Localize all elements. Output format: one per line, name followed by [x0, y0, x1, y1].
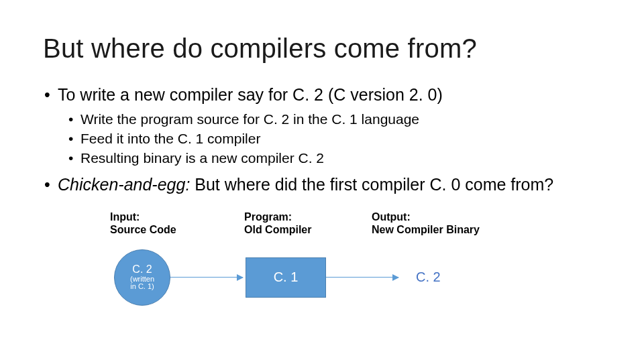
bullet-text: Feed it into the C. 1 compiler — [80, 131, 260, 146]
diagram-label-input: Input: Source Code — [110, 210, 176, 236]
slide: But where do compilers come from? To wri… — [0, 0, 644, 362]
bullet-item: Write the program source for C. 2 in the… — [80, 110, 604, 128]
bullet-list-level2: Write the program source for C. 2 in the… — [58, 110, 604, 168]
bullet-item: To write a new compiler say for C. 2 (C … — [58, 84, 604, 167]
bullet-text: But where did the first compiler C. 0 co… — [190, 175, 553, 194]
slide-title: But where do compilers come from? — [43, 34, 604, 64]
bullet-item: Chicken-and-egg: But where did the first… — [58, 174, 604, 196]
bullet-text: Resulting binary is a new compiler C. 2 — [80, 150, 324, 166]
diagram-node-source: C. 2 (written in C. 1) — [114, 249, 170, 306]
diagram-node-compiler: C. 1 — [246, 257, 326, 298]
bullet-list-level1: To write a new compiler say for C. 2 (C … — [43, 84, 604, 196]
arrow-icon — [170, 277, 243, 278]
bullet-item: Resulting binary is a new compiler C. 2 — [80, 149, 604, 167]
bullet-text: To write a new compiler say for C. 2 (C … — [58, 85, 443, 104]
bullet-item: Feed it into the C. 1 compiler — [80, 129, 604, 147]
node-text-line1: C. 2 — [132, 264, 152, 276]
arrow-icon — [326, 277, 398, 278]
node-text: C. 1 — [274, 269, 299, 285]
bullet-text: Write the program source for C. 2 in the… — [80, 111, 419, 127]
bullet-emphasis: Chicken-and-egg: — [58, 175, 190, 194]
diagram-label-program: Program: Old Compiler — [244, 210, 311, 236]
diagram-label-output: Output: New Compiler Binary — [372, 210, 480, 236]
node-text-line3: in C. 1) — [130, 283, 154, 291]
diagram: Input: Source Code Program: Old Compiler… — [43, 210, 604, 331]
diagram-node-output: C. 2 — [416, 269, 441, 285]
